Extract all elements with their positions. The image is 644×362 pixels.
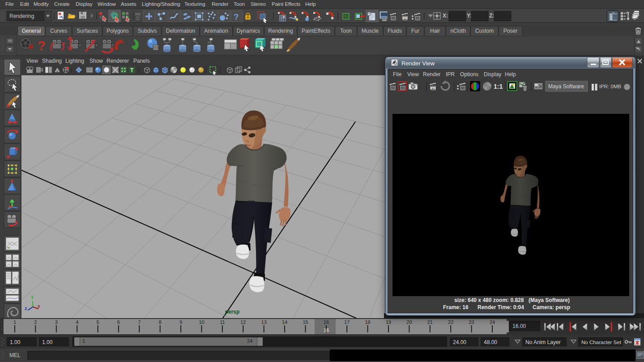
svg-text:?: ? [38,39,46,53]
svg-text:Y: Y [31,295,34,300]
svg-text:16: 16 [324,328,329,333]
svg-text:15: 15 [303,319,308,325]
svg-text:Rendering: Rendering [9,13,34,19]
svg-text:23: 23 [469,319,474,325]
svg-text:IPR: IPR [430,86,436,90]
svg-text:IPR: IPR [402,17,408,20]
svg-text:9: 9 [179,319,182,325]
svg-text:22: 22 [448,319,453,325]
svg-text:18: 18 [365,319,370,325]
svg-text:12: 12 [240,319,246,325]
svg-text:x: x [38,304,40,309]
svg-text:11: 11 [220,319,225,325]
svg-text:13: 13 [261,319,267,325]
svg-text:5: 5 [97,319,99,325]
svg-text:z: z [25,306,27,311]
svg-text:1: 1 [13,319,16,325]
svg-text:2: 2 [34,319,37,325]
svg-text:IPR: 0MB: IPR: 0MB [599,84,622,89]
svg-text:4: 4 [76,319,78,325]
svg-text:X:: X: [443,13,448,19]
svg-text:14: 14 [282,319,287,325]
svg-text:17: 17 [344,319,350,325]
svg-text:6: 6 [117,319,120,325]
svg-text:19: 19 [386,319,391,325]
svg-text:1:1: 1:1 [494,83,503,90]
svg-text:24: 24 [490,319,495,325]
svg-text:T: T [130,67,134,73]
svg-text:16: 16 [324,319,329,325]
svg-text:Z:: Z: [489,13,494,19]
svg-text:Y:: Y: [467,13,472,19]
svg-text:21: 21 [427,319,433,325]
svg-text:?: ? [234,12,239,22]
svg-text:20: 20 [406,319,412,325]
svg-text:persp: persp [225,309,240,315]
svg-text:Maya Software: Maya Software [548,83,584,90]
svg-text:7: 7 [138,319,141,325]
svg-text:10: 10 [199,319,204,325]
svg-text:8: 8 [159,319,162,325]
svg-text:3: 3 [55,319,58,325]
